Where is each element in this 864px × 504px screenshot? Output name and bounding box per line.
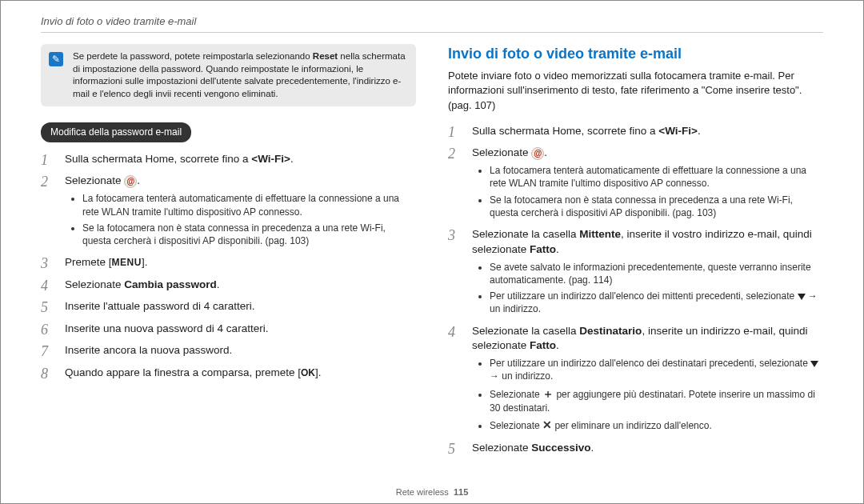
step-text: Premete [ (65, 256, 112, 268)
page-footer: Rete wireless 115 (1, 487, 863, 497)
step-number: 4 (448, 324, 464, 436)
step-text: Sulla schermata Home, scorrete fino a (65, 153, 251, 165)
step-number: 2 (41, 174, 57, 250)
right-step-5: 5 Selezionate Successivo. (448, 441, 823, 458)
step-text: . (698, 125, 701, 137)
step-number: 1 (448, 124, 464, 142)
bullet-text: Selezionate (490, 389, 542, 400)
step-text: Inserite una nuova password di 4 caratte… (65, 322, 416, 339)
bullet-text: → un indirizzo. (490, 370, 553, 382)
bullet: Selezionate ＋ per aggiungere più destina… (490, 386, 823, 414)
footer-label: Rete wireless (396, 487, 449, 497)
bullet: La fotocamera tenterà automaticamente di… (82, 192, 416, 218)
bullet: Se avete salvato le informazioni precede… (490, 261, 823, 286)
step-number: 5 (448, 441, 464, 458)
ok-icon: OK (301, 367, 315, 378)
right-column: Invio di foto o video tramite e-mail Pot… (448, 44, 823, 462)
step-number: 3 (41, 255, 57, 273)
subheading-pill: Modifica della password e-mail (41, 122, 191, 142)
step-text: Selezionate (472, 146, 529, 158)
note-bold: Reset (313, 51, 338, 61)
triangle-down-icon (810, 361, 818, 367)
step-bullets: La fotocamera tenterà automaticamente di… (82, 192, 416, 247)
step-number: 5 (41, 299, 57, 317)
document-page: Invio di foto o video tramite e-mail ✎ S… (0, 0, 864, 504)
step-bold: <Wi-Fi> (658, 125, 698, 137)
step-text: . (556, 339, 559, 351)
step-text: Inserite ancora la nuova password. (65, 343, 416, 361)
right-step-4: 4 Selezionate la casella Destinatario, i… (448, 324, 823, 436)
step-number: 3 (448, 227, 464, 319)
step-bullets: Se avete salvato le informazioni precede… (490, 261, 823, 316)
step-text: . (137, 174, 140, 186)
step-number: 8 (41, 366, 57, 383)
right-step-2: 2 Selezionate . La fotocamera tenterà au… (448, 146, 823, 222)
step-text: ]. (315, 366, 322, 378)
left-step-7: 7 Inserite ancora la nuova password. (41, 343, 416, 361)
footer-page-number: 115 (454, 487, 468, 497)
left-step-3: 3 Premete [MENU]. (41, 255, 416, 273)
step-text: . (556, 243, 559, 255)
step-bullets: Per utilizzare un indirizzo dall'elenco … (490, 357, 823, 432)
left-column: ✎ Se perdete la password, potete reimpos… (41, 44, 416, 462)
step-number: 2 (448, 146, 464, 222)
step-text: Sulla schermata Home, scorrete fino a (472, 125, 658, 137)
bullet: Se la fotocamera non è stata connessa in… (490, 194, 823, 219)
step-bold: Fatto (530, 243, 556, 255)
email-icon (124, 175, 137, 188)
step-text: Selezionate (65, 278, 124, 290)
left-step-1: 1 Sulla schermata Home, scorrete fino a … (41, 152, 416, 170)
plus-icon: ＋ (542, 387, 554, 400)
menu-icon: MENU (112, 257, 142, 268)
left-step-5: 5 Inserite l'attuale password di 4 carat… (41, 299, 416, 317)
bullet-text: Per utilizzare un indirizzo dall'elenco … (490, 290, 798, 302)
step-text: Selezionate la casella (472, 325, 579, 337)
note-icon: ✎ (49, 52, 63, 66)
right-step-3: 3 Selezionate la casella Mittente, inser… (448, 227, 823, 319)
bullet: Selezionate ✕ per eliminare un indirizzo… (490, 418, 823, 433)
step-number: 6 (41, 322, 57, 339)
bullet-text: Selezionate (490, 420, 542, 431)
page-header: Invio di foto o video tramite e-mail (41, 15, 823, 33)
step-bold: Successivo (531, 442, 590, 454)
bullet: Per utilizzare un indirizzo dall'elenco … (490, 290, 823, 315)
step-text: . (544, 146, 547, 158)
right-step-1: 1 Sulla schermata Home, scorrete fino a … (448, 124, 823, 142)
step-text: Selezionate (65, 174, 122, 186)
section-title: Invio di foto o video tramite e-mail (448, 44, 823, 64)
step-bold: Destinatario (579, 325, 642, 337)
section-intro: Potete inviare foto o video memorizzati … (448, 69, 823, 113)
bullet: La fotocamera tenterà automaticamente di… (490, 164, 823, 190)
email-icon (531, 147, 544, 160)
note-text-pre: Se perdete la password, potete reimposta… (73, 51, 313, 61)
step-bold: Fatto (530, 339, 556, 351)
step-text: ]. (142, 256, 148, 268)
step-number: 1 (41, 152, 57, 170)
step-bullets: La fotocamera tenterà automaticamente di… (490, 164, 823, 219)
two-column-layout: ✎ Se perdete la password, potete reimpos… (41, 44, 823, 462)
step-text: Selezionate la casella (472, 228, 579, 240)
step-number: 4 (41, 278, 57, 295)
left-step-8: 8 Quando appare la finestra a comparsa, … (41, 366, 416, 383)
step-bold: <Wi-Fi> (251, 153, 290, 165)
left-step-4: 4 Selezionate Cambia password. (41, 278, 416, 295)
left-step-6: 6 Inserite una nuova password di 4 carat… (41, 322, 416, 339)
bullet-text: Per utilizzare un indirizzo dall'elenco … (490, 358, 810, 369)
bullet-text: per eliminare un indirizzo dall'elenco. (552, 420, 712, 431)
step-text: . (217, 278, 220, 290)
x-icon: ✕ (542, 418, 552, 431)
left-step-2: 2 Selezionate . La fotocamera tenterà au… (41, 174, 416, 250)
step-bold: Cambia password (124, 278, 217, 290)
step-text: . (290, 153, 294, 165)
step-bold: Mittente (579, 228, 621, 240)
step-text: Quando appare la finestra a comparsa, pr… (65, 366, 301, 378)
bullet: Per utilizzare un indirizzo dall'elenco … (490, 357, 823, 382)
info-note: ✎ Se perdete la password, potete reimpos… (41, 44, 416, 106)
bullet: Se la fotocamera non è stata connessa in… (82, 222, 416, 247)
step-text: Inserite l'attuale password di 4 caratte… (65, 299, 416, 317)
step-number: 7 (41, 343, 57, 361)
step-text: . (591, 442, 594, 454)
triangle-down-icon (798, 294, 806, 300)
step-text: Selezionate (472, 442, 531, 454)
